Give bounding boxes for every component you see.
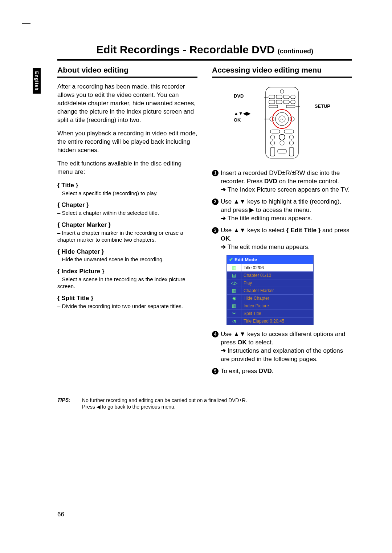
menu-row-hide-chapter: ◉ Hide Chapter xyxy=(227,294,313,302)
row-icon: ▤ xyxy=(227,272,241,279)
step-result: ➔ The Index Picture screen appears on th… xyxy=(221,186,352,194)
text-bold: DVD xyxy=(259,368,272,374)
tips-line-1: No further recording and editing can be … xyxy=(82,397,247,403)
row-label: Play xyxy=(241,280,313,286)
row-icon: ▥ xyxy=(227,302,241,310)
text: on the remote control. xyxy=(277,178,339,185)
function-title: { Title } – Select a specific title (rec… xyxy=(57,181,197,197)
page-number: 66 xyxy=(57,511,64,518)
function-name: { Split Title } xyxy=(57,294,197,303)
crop-mark-top-left xyxy=(22,23,30,32)
step-text: Use ▲▼ keys to highlight a title (record… xyxy=(221,198,352,223)
function-name: { Title } xyxy=(57,181,197,190)
remote-label-ok: OK xyxy=(234,117,241,123)
tips-footer: TIPS: No further recording and editing c… xyxy=(57,394,352,410)
function-chapter-marker: { Chapter Marker } – Insert a chapter ma… xyxy=(57,221,197,243)
text: . xyxy=(230,235,232,242)
text: The Index Picture screen appears on the … xyxy=(228,186,350,193)
row-icon: ▥ xyxy=(227,264,241,271)
remote-label-setup: SETUP xyxy=(315,103,330,110)
tips-text: No further recording and editing can be … xyxy=(82,397,352,410)
menu-row-chapter-marker: ▥ Chapter Marker xyxy=(227,287,313,294)
function-desc: – Select a specific title (recording) to… xyxy=(57,190,197,197)
remote-label-nav: ▲▼◀▶ xyxy=(234,110,250,117)
step-2: 2 Use ▲▼ keys to highlight a title (reco… xyxy=(212,198,352,223)
menu-row-title-elapsed: ◔ Title Elapsed 0:20:45 xyxy=(227,317,313,325)
language-tab: English xyxy=(33,68,41,94)
arrow-icon: ➔ xyxy=(221,186,228,193)
remote-icon: OK xyxy=(264,86,300,159)
menu-row-split-title: ✂ Split Title xyxy=(227,310,313,317)
edit-mode-menu: ✔Edit Mode ▥ Title 02/06 ▤ Chapter 01/10… xyxy=(226,255,314,325)
text: to select. xyxy=(247,339,273,346)
row-icon: ✂ xyxy=(227,310,241,317)
function-desc: – Select a scene in the recording as the… xyxy=(57,276,197,290)
arrow-icon: ➔ xyxy=(221,347,228,354)
header-label: Edit Mode xyxy=(234,257,257,262)
step-5: 5 To exit, press DVD. xyxy=(212,367,352,376)
right-heading: Accessing video editing menu xyxy=(212,65,352,78)
row-label: Split Title xyxy=(241,311,313,316)
content: Edit Recordings - Recordable DVD (contin… xyxy=(57,44,352,379)
function-desc: – Insert a chapter marker in the recordi… xyxy=(57,229,197,243)
function-name: { Index Picture } xyxy=(57,267,197,276)
step-number-icon: 3 xyxy=(212,227,219,234)
manual-page: English Edit Recordings - Recordable DVD… xyxy=(0,0,392,553)
text: Use ▲▼ keys to highlight a title (record… xyxy=(221,198,341,213)
page-title-suffix: (continued) xyxy=(278,48,313,55)
step-number-icon: 1 xyxy=(212,170,219,176)
function-chapter: { Chapter } – Select a chapter within th… xyxy=(57,201,197,216)
step-number-icon: 2 xyxy=(212,198,219,205)
function-name: { Hide Chapter } xyxy=(57,248,197,256)
row-label: Chapter Marker xyxy=(241,288,313,294)
svg-text:OK: OK xyxy=(281,118,284,120)
row-icon: ◔ xyxy=(227,318,241,325)
text: Use ▲▼ keys to select xyxy=(221,227,286,234)
crop-mark-bottom-left xyxy=(22,507,30,515)
title-rule xyxy=(57,59,352,61)
text: The title editing menu appears. xyxy=(228,215,312,222)
function-index-picture: { Index Picture } – Select a scene in th… xyxy=(57,267,197,290)
function-name: { Chapter } xyxy=(57,201,197,209)
row-icon: ◉ xyxy=(227,295,241,302)
row-label: Title Elapsed 0:20:45 xyxy=(241,318,313,324)
step-4: 4 Use ▲▼ keys to access different option… xyxy=(212,330,352,364)
text: To exit, press xyxy=(221,368,259,374)
text-bold: OK xyxy=(237,339,247,346)
step-result: ➔ Instructions and explanation of the op… xyxy=(221,347,352,364)
menu-row-play: ◁▷ Play xyxy=(227,279,313,287)
function-name: { Chapter Marker } xyxy=(57,221,197,229)
text: Instructions and explanation of the opti… xyxy=(221,347,343,362)
row-label: Chapter 01/10 xyxy=(241,273,313,278)
check-icon: ✔ xyxy=(229,257,233,262)
row-label: Index Picture xyxy=(241,303,313,309)
edit-mode-header: ✔Edit Mode xyxy=(227,255,313,264)
left-intro-1: After a recording has been made, this re… xyxy=(57,83,197,124)
text-bold: DVD xyxy=(264,178,277,185)
step-text: Insert a recorded DVD±R/±RW disc into th… xyxy=(221,169,352,194)
left-intro-2: When you playback a recording in video e… xyxy=(57,130,197,155)
row-label: Hide Chapter xyxy=(241,295,313,301)
step-3: 3 Use ▲▼ keys to select { Edit Title } a… xyxy=(212,226,352,251)
step-text: Use ▲▼ keys to access different options … xyxy=(221,330,352,364)
row-label: Title 02/06 xyxy=(241,265,313,271)
page-title: Edit Recordings - Recordable DVD (contin… xyxy=(57,44,352,56)
page-title-text: Edit Recordings - Recordable DVD xyxy=(96,44,275,56)
left-intro-3: The edit functions available in the disc… xyxy=(57,160,197,176)
text: . xyxy=(272,368,274,374)
arrow-icon: ➔ xyxy=(221,243,228,250)
row-icon: ▥ xyxy=(227,287,241,294)
right-column: Accessing video editing menu DVD ▲▼◀▶ OK… xyxy=(212,65,352,379)
function-split-title: { Split Title } – Divide the recording i… xyxy=(57,294,197,310)
two-columns: About video editing After a recording ha… xyxy=(57,65,352,379)
left-column: About video editing After a recording ha… xyxy=(57,65,197,379)
step-number-icon: 5 xyxy=(212,368,219,374)
step-number-icon: 4 xyxy=(212,331,219,337)
function-desc: – Hide the unwanted scene in the recordi… xyxy=(57,256,197,263)
function-desc: – Divide the recording into two under se… xyxy=(57,303,197,310)
tips-line-2: Press ◀ to go back to the previous menu. xyxy=(82,404,176,410)
text-bold: { Edit Title } xyxy=(286,227,320,234)
text-bold: OK xyxy=(221,235,230,242)
step-text: Use ▲▼ keys to select { Edit Title } and… xyxy=(221,226,352,251)
step-result: ➔ The edit mode menu appears. xyxy=(221,243,352,251)
